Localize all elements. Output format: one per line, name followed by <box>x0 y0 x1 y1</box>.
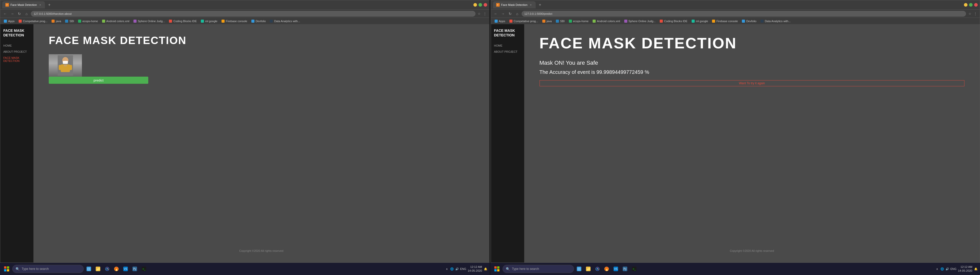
sidebar-home-1[interactable]: HOME <box>3 44 30 47</box>
forward-btn-2[interactable]: → <box>500 11 506 17</box>
bookmark-devfolio-1[interactable]: Devfolio <box>250 19 267 23</box>
taskbar-search-right[interactable]: 🔍 Type here to search <box>503 265 574 273</box>
bookmark-android-2[interactable]: Android colors.xml <box>591 19 621 23</box>
bookmark-sphere-2[interactable]: Sphere Online Judg... <box>623 19 657 23</box>
start-button-right[interactable] <box>492 264 501 273</box>
sidebar-mask-detection-1[interactable]: FACE MASK DETECTION <box>3 56 30 63</box>
try-again-button[interactable]: Want To try it again <box>539 80 965 86</box>
restore-btn-2[interactable] <box>969 3 973 6</box>
url-input-2[interactable] <box>522 11 966 17</box>
bookmark-ecops-1[interactable]: ecops-home <box>76 19 100 23</box>
file-explorer-btn-left[interactable]: 📁 <box>94 264 102 273</box>
menu-icon-2[interactable]: ⋮ <box>973 11 978 16</box>
menu-icon-1[interactable]: ⋮ <box>483 11 487 16</box>
sidebar-about-2[interactable]: ABOUT PROJECT <box>494 50 521 54</box>
chevron-icon-right[interactable]: ∧ <box>935 267 939 271</box>
bookmark-comp-2[interactable]: Competative prog... <box>508 19 540 23</box>
task-view-btn-right[interactable]: ⊡ <box>575 264 583 273</box>
address-icons-1: ☆ ⋮ <box>477 11 487 16</box>
back-btn-1[interactable]: ← <box>2 11 8 17</box>
result-page-title-2: FACE MASK DETECTION <box>539 34 965 52</box>
star-icon-2[interactable]: ☆ <box>967 11 972 16</box>
bookmark-coding-2[interactable]: Coding Blocks IDE <box>658 19 689 23</box>
home-btn-2[interactable]: ⌂ <box>514 11 520 17</box>
file-explorer-icon-right: 📁 <box>586 267 590 271</box>
reload-btn-2[interactable]: ↻ <box>508 11 513 17</box>
bookmark-devfolio-2[interactable]: Devfolio <box>740 19 758 23</box>
bookmark-sbi-2[interactable]: SBI <box>554 19 566 23</box>
minimize-btn-1[interactable] <box>473 3 477 6</box>
volume-icon-right[interactable]: 🔊 <box>945 267 950 271</box>
bookmark-android-1[interactable]: Android colors.xml <box>100 19 131 23</box>
firefox-btn-right[interactable]: 🔥 <box>603 264 611 273</box>
bookmark-java-1[interactable]: java <box>50 19 62 23</box>
restore-btn-1[interactable] <box>479 3 482 6</box>
close-btn-1[interactable] <box>484 3 487 6</box>
reload-btn-1[interactable]: ↻ <box>17 11 22 17</box>
sidebar-about-1[interactable]: ABOUT PROJECT <box>3 50 30 54</box>
bookmark-ml-1[interactable]: ml google <box>199 19 219 23</box>
python-btn-left[interactable]: Py <box>130 264 139 273</box>
task-view-btn-left[interactable]: ⊡ <box>85 264 93 273</box>
tab-2[interactable]: F Face Mask Detection × <box>493 1 536 8</box>
bookmark-label-java-1: java <box>56 20 61 23</box>
url-input-1[interactable] <box>31 11 476 17</box>
volume-icon-left[interactable]: 🔊 <box>455 267 459 271</box>
tab-1[interactable]: F Face Mask Detection × <box>2 1 45 8</box>
close-btn-2[interactable] <box>974 3 978 6</box>
address-icons-2: ☆ ⋮ <box>967 11 978 16</box>
bookmark-ecops-2[interactable]: ecops-home <box>567 19 590 23</box>
file-explorer-btn-right[interactable]: 📁 <box>584 264 592 273</box>
minimize-btn-2[interactable] <box>964 3 967 6</box>
bookmark-firebase-1[interactable]: Firebase console <box>220 19 249 23</box>
bookmark-apps-2[interactable]: Apps <box>493 19 507 23</box>
notification-icon-left[interactable]: 🔔 <box>484 267 488 271</box>
bookmark-label-comp-1: Competative prog... <box>23 20 48 23</box>
forward-btn-1[interactable]: → <box>10 11 15 17</box>
bookmark-java-2[interactable]: java <box>541 19 553 23</box>
firefox-btn-left[interactable]: 🔥 <box>112 264 121 273</box>
bookmark-ml-2[interactable]: ml google <box>690 19 710 23</box>
network-icon-left[interactable]: 🌐 <box>450 267 454 271</box>
window-controls-1 <box>473 3 487 6</box>
predict-button-1[interactable]: predict <box>49 77 148 84</box>
sidebar-home-2[interactable]: HOME <box>494 44 521 47</box>
bookmark-comp-1[interactable]: Competative prog... <box>17 19 49 23</box>
python-btn-right[interactable]: Py <box>621 264 629 273</box>
tab-bar-2: F Face Mask Detection × + <box>493 1 963 8</box>
bookmark-sphere-1[interactable]: Sphere Online Judg... <box>132 19 166 23</box>
vscode-btn-left[interactable]: VS <box>121 264 130 273</box>
back-btn-2[interactable]: ← <box>493 11 499 17</box>
clock-right[interactable]: 12:12 AM 14-05-2020 <box>958 265 972 273</box>
home-btn-1[interactable]: ⌂ <box>24 11 29 17</box>
notification-icon-right[interactable]: 🔔 <box>974 267 978 271</box>
bookmark-data-2[interactable]: Data Analytics with... <box>759 19 792 23</box>
win-logo-tile-1 <box>4 266 6 269</box>
chrome-btn-right[interactable] <box>593 264 601 273</box>
network-icon-right[interactable]: 🌐 <box>940 267 944 271</box>
bookmark-firebase-2[interactable]: Firebase console <box>711 19 739 23</box>
tab-close-1[interactable]: × <box>38 3 42 6</box>
chrome-btn-left[interactable] <box>103 264 111 273</box>
new-tab-btn-2[interactable]: + <box>537 2 543 8</box>
bookmark-label-firebase-1: Firebase console <box>226 20 247 23</box>
new-tab-btn-1[interactable]: + <box>46 2 52 8</box>
bookmark-data-1[interactable]: Data Analytics with... <box>268 19 302 23</box>
terminal-btn-right[interactable]: >_ <box>630 264 638 273</box>
taskbar-search-left[interactable]: 🔍 Type here to search <box>12 265 84 273</box>
vscode-btn-right[interactable]: VS <box>612 264 620 273</box>
svg-point-13 <box>597 268 598 270</box>
star-icon-1[interactable]: ☆ <box>477 11 482 16</box>
bookmark-apps-1[interactable]: Apps <box>2 19 16 23</box>
terminal-btn-left[interactable]: >_ <box>140 264 148 273</box>
bookmark-coding-1[interactable]: Coding Blocks IDE <box>167 19 198 23</box>
start-button-left[interactable] <box>2 264 11 273</box>
bookmark-icon-coding-2 <box>660 20 663 23</box>
bookmark-icon-comp-2 <box>509 20 512 23</box>
tab-close-2[interactable]: × <box>529 3 533 6</box>
bookmark-sbi-1[interactable]: SBI <box>64 19 76 23</box>
clock-left[interactable]: 12:12 AM 14-05-2020 <box>468 265 482 273</box>
svg-line-11 <box>106 269 107 270</box>
result-content-2: FACE MASK DETECTION Mask ON! You are Saf… <box>524 24 980 262</box>
chevron-icon-left[interactable]: ∧ <box>445 267 449 271</box>
